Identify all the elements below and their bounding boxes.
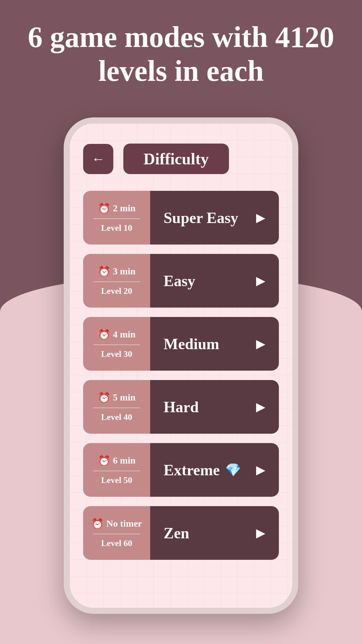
mode-divider (93, 471, 140, 471)
clock-icon: ⏰ (98, 455, 110, 467)
mode-timer-easy: ⏰ 3 min (98, 266, 136, 277)
mode-item-extreme[interactable]: ⏰ 6 min Level 50 Extreme 💎 ▶ (83, 443, 279, 497)
play-button-hard[interactable]: ▶ (256, 400, 265, 414)
mode-right-extreme[interactable]: Extreme 💎 ▶ (150, 443, 279, 497)
mode-left-hard: ⏰ 5 min Level 40 (83, 380, 150, 434)
mode-right-zen[interactable]: Zen ▶ (150, 506, 279, 560)
mode-level-easy: Level 20 (101, 286, 132, 296)
mode-divider (93, 218, 140, 219)
headline-line2: levels in each (98, 55, 264, 87)
mode-level-super-easy: Level 10 (101, 223, 132, 233)
clock-icon: ⏰ (98, 392, 110, 404)
mode-left-extreme: ⏰ 6 min Level 50 (83, 443, 150, 497)
mode-item-super-easy[interactable]: ⏰ 2 min Level 10 Super Easy ▶ (83, 191, 279, 245)
mode-divider (93, 281, 140, 282)
timer-label: 4 min (113, 329, 136, 340)
mode-level-hard: Level 40 (101, 412, 132, 422)
diamond-icon: 💎 (225, 463, 241, 477)
mode-level-zen: Level 60 (101, 538, 132, 548)
mode-left-medium: ⏰ 4 min Level 30 (83, 317, 150, 371)
header-row: ← Difficulty (83, 144, 279, 174)
timer-label: 6 min (113, 455, 136, 466)
play-button-easy[interactable]: ▶ (256, 274, 265, 288)
mode-divider (93, 344, 140, 345)
mode-timer-hard: ⏰ 5 min (98, 392, 136, 404)
mode-timer-medium: ⏰ 4 min (98, 329, 136, 340)
play-button-extreme[interactable]: ▶ (256, 463, 265, 477)
difficulty-badge: Difficulty (123, 144, 229, 174)
mode-divider (93, 534, 140, 534)
mode-left-super-easy: ⏰ 2 min Level 10 (83, 191, 150, 245)
mode-item-zen[interactable]: ⏰ No timer Level 60 Zen ▶ (83, 506, 279, 560)
mode-list: ⏰ 2 min Level 10 Super Easy ▶ ⏰ 3 min Le (83, 191, 279, 560)
mode-name-extreme: Extreme 💎 (164, 461, 241, 479)
phone-mockup: ← Difficulty ⏰ 2 min Level 10 Super Easy… (64, 117, 298, 614)
play-button-medium[interactable]: ▶ (256, 337, 265, 351)
phone-screen: ← Difficulty ⏰ 2 min Level 10 Super Easy… (70, 123, 292, 608)
mode-name-hard: Hard (164, 398, 199, 416)
mode-timer-zen: ⏰ No timer (91, 518, 142, 530)
mode-item-hard[interactable]: ⏰ 5 min Level 40 Hard ▶ (83, 380, 279, 434)
back-arrow-icon: ← (92, 151, 105, 167)
timer-label: No timer (106, 518, 142, 529)
play-button-zen[interactable]: ▶ (256, 526, 265, 540)
clock-icon: ⏰ (98, 329, 110, 340)
timer-label: 3 min (113, 266, 136, 277)
mode-level-extreme: Level 50 (101, 475, 132, 485)
mode-right-easy[interactable]: Easy ▶ (150, 254, 279, 308)
timer-label: 5 min (113, 392, 136, 403)
mode-level-medium: Level 30 (101, 349, 132, 359)
headline-line1: 6 game modes with 4120 (28, 21, 334, 53)
clock-icon: ⏰ (98, 203, 110, 214)
mode-right-hard[interactable]: Hard ▶ (150, 380, 279, 434)
mode-left-easy: ⏰ 3 min Level 20 (83, 254, 150, 308)
mode-timer-super-easy: ⏰ 2 min (98, 203, 136, 214)
clock-icon: ⏰ (98, 266, 110, 277)
play-button-super-easy[interactable]: ▶ (256, 211, 265, 225)
mode-left-zen: ⏰ No timer Level 60 (83, 506, 150, 560)
mode-divider (93, 408, 140, 408)
mode-name-medium: Medium (164, 335, 219, 353)
mode-right-medium[interactable]: Medium ▶ (150, 317, 279, 371)
mode-timer-extreme: ⏰ 6 min (98, 455, 136, 467)
mode-item-medium[interactable]: ⏰ 4 min Level 30 Medium ▶ (83, 317, 279, 371)
mode-name-super-easy: Super Easy (164, 209, 238, 227)
mode-name-zen: Zen (164, 524, 189, 542)
back-button[interactable]: ← (83, 144, 113, 174)
mode-right-super-easy[interactable]: Super Easy ▶ (150, 191, 279, 245)
clock-icon: ⏰ (91, 518, 104, 530)
headline: 6 game modes with 4120 levels in each (0, 20, 362, 88)
timer-label: 2 min (113, 203, 136, 214)
screen-content: ← Difficulty ⏰ 2 min Level 10 Super Easy… (70, 123, 292, 573)
mode-name-easy: Easy (164, 272, 195, 290)
mode-item-easy[interactable]: ⏰ 3 min Level 20 Easy ▶ (83, 254, 279, 308)
